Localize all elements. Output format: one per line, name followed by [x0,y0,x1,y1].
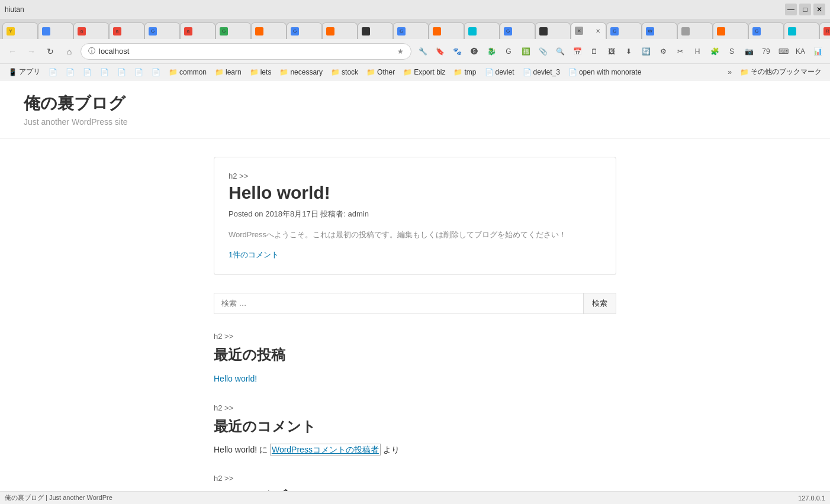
close-button[interactable]: ✕ [813,4,825,15]
tool14[interactable]: ⚙ [655,44,671,59]
tool4[interactable]: 🐉 [484,44,499,59]
tab-favicon-22 [788,27,796,35]
tool20[interactable]: 79 [758,44,774,59]
tool19[interactable]: 📷 [741,44,757,59]
tool2[interactable]: 🐾 [449,44,465,59]
tool9[interactable]: 📅 [570,44,585,59]
bookmark-item-4[interactable]: 📄 [96,67,112,77]
tab-8[interactable]: G [287,22,322,39]
tool18[interactable]: S [724,44,739,59]
tab-21[interactable]: G [748,22,784,39]
tab-12[interactable] [429,22,464,39]
bookmark-item-5[interactable]: 📄 [114,67,130,77]
tab-6[interactable]: G [215,22,251,39]
tab-16[interactable]: ✕✕ [571,22,606,39]
tool16[interactable]: H [690,44,705,59]
recent-posts-list: Hello world! [214,371,616,386]
tab-14[interactable]: G [500,22,535,39]
bookmarks-bar: 📱アプリ📄📄📄📄📄📄📄📁common📁learn📁lets📁necessary📁… [0,64,830,80]
tab-18[interactable]: W [642,22,677,39]
tool21[interactable]: ⌨ [776,44,791,59]
tool6[interactable]: 🈯 [518,44,533,59]
tab-bar: YaaGaGGAGG✕✕GWGR [0,19,830,39]
tab-13[interactable] [464,22,500,39]
tool23[interactable]: 📊 [810,44,825,59]
bookmark-item-1[interactable]: 📄 [45,67,61,77]
comment-author-link[interactable]: WordPressコメントの投稿者 [270,444,381,455]
extensions-button[interactable]: 🔧 [415,44,430,59]
tab-17[interactable]: G [606,22,642,39]
forward-button[interactable]: → [24,44,39,59]
post-comments-link[interactable]: 1件のコメント [229,250,279,259]
bookmark-item-16[interactable]: 📄devlet [481,67,518,77]
address-bar[interactable]: ⓘ localhost ★ [81,43,411,60]
tab-19[interactable] [677,22,713,39]
tool22[interactable]: KA [793,44,808,59]
tab-0[interactable]: Y [2,22,38,39]
search-input[interactable] [214,293,583,314]
tool10[interactable]: 🗒 [587,44,602,59]
bookmark-item-3[interactable]: 📄 [79,67,95,77]
page-content: 俺の裏ブログ Just another WordPress site h2 >>… [0,80,830,504]
home-button[interactable]: ⌂ [62,44,77,59]
minimize-button[interactable]: — [785,4,797,15]
tool11[interactable]: 🖼 [604,44,619,59]
tab-23[interactable]: R [819,22,830,39]
tab-2[interactable]: a [73,22,109,39]
bookmark-icon-6: 📄 [134,68,143,76]
tab-5[interactable]: a [180,22,215,39]
tab-11[interactable]: G [393,22,429,39]
bookmark-item-17[interactable]: 📄devlet_3 [519,67,564,77]
tab-22[interactable] [784,22,819,39]
bookmarks-more-button[interactable]: » [724,67,735,77]
bookmark-icon-11: 📁 [279,68,288,76]
search-button[interactable]: 検索 [583,293,616,314]
star-icon[interactable]: ★ [397,47,404,56]
back-button[interactable]: ← [5,44,20,59]
tab-9[interactable] [322,22,358,39]
tab-favicon-11: G [397,27,406,35]
bookmark-item-10[interactable]: 📁lets [246,67,275,77]
tab-15[interactable] [535,22,571,39]
bookmark-item-8[interactable]: 📁common [165,67,210,77]
tab-10[interactable]: A [358,22,393,39]
bookmark-item-12[interactable]: 📁stock [327,67,362,77]
bookmark-item-7[interactable]: 📄 [148,67,164,77]
tab-4[interactable]: G [144,22,180,39]
post-meta: Posted on 2018年8月17日 投稿者: admin [229,209,601,219]
tool15[interactable]: ✂ [673,44,688,59]
bookmark-item-15[interactable]: 📁tmp [450,67,480,77]
search-widget: 検索 [214,293,616,314]
bookmark-item-13[interactable]: 📁Other [363,67,398,77]
tab-close-16[interactable]: ✕ [594,27,602,35]
tab-1[interactable] [38,22,73,39]
bookmark-item-18[interactable]: 📄open with monorate [565,67,645,77]
bookmark-item-6[interactable]: 📄 [131,67,147,77]
maximize-button[interactable]: □ [799,4,811,15]
bookmark-item-14[interactable]: 📁Export biz [400,67,449,77]
tool8[interactable]: 🔍 [552,44,568,59]
reload-button[interactable]: ↻ [43,44,58,59]
bookmark-icon-1: 📄 [49,68,57,76]
tool7[interactable]: 📎 [535,44,551,59]
bookmark-item-9[interactable]: 📁learn [211,67,245,77]
tool12[interactable]: ⬇ [621,44,636,59]
bookmark-item-11[interactable]: 📁necessary [276,67,326,77]
bookmark-item-2[interactable]: 📄 [62,67,78,77]
tool1[interactable]: 🔖 [432,44,448,59]
tool5[interactable]: G [501,44,516,59]
tab-favicon-21: G [752,27,761,35]
bookmarks-extra[interactable]: 📁その他のブックマーク [736,66,825,78]
recent-post-item[interactable]: Hello world! [214,371,616,386]
address-toolbar: 🔧 🔖 🐾 🅢 🐉 G 🈯 📎 🔍 📅 🗒 🖼 ⬇ 🔄 ⚙ ✂ H 🧩 S 📷 … [415,44,825,59]
tool17[interactable]: 🧩 [707,44,722,59]
recent-comment-text: Hello world! に WordPressコメントの投稿者 より [214,442,400,457]
tool13[interactable]: 🔄 [638,44,654,59]
recent-comments-item: Hello world! に WordPressコメントの投稿者 より [214,443,616,456]
tab-3[interactable]: a [109,22,144,39]
tool3[interactable]: 🅢 [467,44,482,59]
tab-20[interactable] [713,22,748,39]
tab-7[interactable] [251,22,287,39]
post-excerpt: WordPressへようこそ。これは最初の投稿です。編集もしくは削除してブログを… [229,229,601,241]
bookmark-item-0[interactable]: 📱アプリ [5,66,44,78]
